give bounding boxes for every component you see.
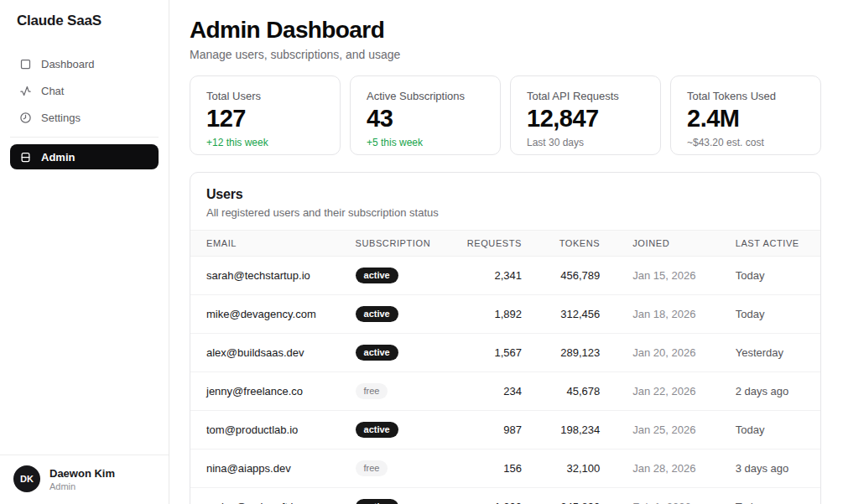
sidebar: Claude SaaS Dashboard Chat Settings [0, 0, 169, 504]
users-table: Email Subscription Requests Tokens Joine… [190, 230, 820, 504]
user-last-active: Today [736, 295, 820, 334]
dashboard-icon [18, 57, 32, 70]
user-requests: 234 [443, 372, 522, 411]
user-requests: 1,892 [443, 295, 522, 334]
stat-note: +5 this week [367, 137, 484, 148]
app-window: Claude SaaS Dashboard Chat Settings [0, 0, 843, 504]
user-tokens: 289,123 [522, 334, 600, 372]
stat-label: Total Users [206, 90, 324, 102]
user-requests: 1,203 [443, 488, 522, 504]
stat-note: ~$43.20 est. cost [687, 137, 804, 148]
sidebar-item-admin[interactable]: Admin [10, 144, 159, 169]
main-content: Admin Dashboard Manage users, subscripti… [169, 0, 843, 504]
stat-value: 43 [367, 105, 484, 132]
clock-icon [18, 111, 32, 124]
sidebar-item-label: Chat [41, 85, 64, 97]
user-requests: 156 [443, 449, 522, 488]
sidebar-nav: Dashboard Chat Settings Admin [0, 51, 169, 169]
stat-card: Total Users 127 +12 this week [190, 75, 341, 155]
stat-value: 12,847 [527, 105, 644, 132]
sidebar-item-label: Settings [41, 112, 81, 124]
table-row: mike@devagency.com active 1,892 312,456 … [190, 295, 820, 334]
user-email: tom@productlab.io [190, 411, 356, 449]
users-card-header: Users All registered users and their sub… [190, 173, 820, 230]
stat-card: Active Subscriptions 43 +5 this week [350, 75, 501, 155]
user-name: Daewon Kim [49, 467, 115, 480]
table-row: alex@buildsaas.dev active 1,567 289,123 … [190, 334, 820, 372]
user-email: nina@aiapps.dev [190, 449, 356, 488]
stat-label: Active Subscriptions [367, 90, 484, 102]
user-requests: 1,567 [443, 334, 522, 372]
subscription-badge: active [356, 268, 398, 283]
stats-row: Total Users 127 +12 this week Active Sub… [190, 75, 821, 155]
column-header: Tokens [522, 231, 600, 257]
column-header: Subscription [356, 231, 443, 257]
user-last-active: Today [736, 411, 820, 449]
user-profile[interactable]: DK Daewon Kim Admin [0, 455, 169, 504]
user-last-active: Today [736, 257, 820, 295]
user-email: carlos@webcraft.io [190, 488, 356, 504]
column-header: Joined [600, 231, 735, 257]
subscription-cell: active [356, 488, 443, 504]
subscription-badge: active [356, 422, 398, 438]
table-row: nina@aiapps.dev free 156 32,100 Jan 28, … [190, 449, 820, 488]
database-icon [18, 150, 32, 164]
subscription-cell: active [356, 295, 443, 334]
user-email: alex@buildsaas.dev [190, 334, 356, 372]
subscription-cell: free [356, 372, 443, 411]
stat-label: Total API Requests [527, 90, 644, 102]
table-row: carlos@webcraft.io active 1,203 245,890 … [190, 488, 820, 504]
table-row: jenny@freelance.co free 234 45,678 Jan 2… [190, 372, 820, 411]
users-card-title: Users [206, 187, 804, 202]
user-email: mike@devagency.com [190, 295, 356, 334]
stat-note: Last 30 days [527, 137, 644, 148]
subscription-cell: free [356, 449, 443, 488]
stat-value: 127 [206, 105, 324, 132]
activity-icon [18, 84, 32, 97]
user-joined: Jan 18, 2026 [600, 295, 735, 334]
user-tokens: 32,100 [522, 449, 600, 488]
stat-label: Total Tokens Used [687, 90, 804, 102]
stat-card: Total Tokens Used 2.4M ~$43.20 est. cost [670, 75, 821, 155]
column-header: Requests [443, 231, 522, 257]
user-last-active: 2 days ago [736, 372, 820, 411]
stat-card: Total API Requests 12,847 Last 30 days [510, 75, 661, 155]
users-table-body: sarah@techstartup.io active 2,341 456,78… [190, 257, 820, 504]
users-card: Users All registered users and their sub… [190, 172, 821, 504]
subscription-badge: active [356, 345, 398, 361]
user-info: Daewon Kim Admin [49, 467, 115, 491]
user-joined: Jan 15, 2026 [600, 257, 735, 295]
user-tokens: 456,789 [522, 257, 600, 295]
user-last-active: Today [736, 488, 820, 504]
user-email: jenny@freelance.co [190, 372, 356, 411]
nav-divider [10, 137, 159, 138]
user-role: Admin [49, 481, 115, 491]
column-header: Last Active [736, 231, 820, 257]
user-joined: Jan 20, 2026 [600, 334, 735, 372]
column-header: Email [190, 231, 356, 257]
page-title: Admin Dashboard [190, 17, 821, 44]
stat-value: 2.4M [687, 105, 804, 132]
user-tokens: 45,678 [522, 372, 600, 411]
user-tokens: 245,890 [522, 488, 600, 504]
subscription-badge: free [356, 460, 388, 476]
user-requests: 2,341 [443, 257, 522, 295]
sidebar-item-dashboard[interactable]: Dashboard [10, 51, 159, 76]
sidebar-item-label: Dashboard [41, 58, 95, 70]
header-row: Email Subscription Requests Tokens Joine… [190, 231, 820, 257]
user-requests: 987 [443, 411, 522, 449]
user-tokens: 312,456 [522, 295, 600, 334]
avatar: DK [13, 465, 40, 492]
sidebar-item-chat[interactable]: Chat [10, 78, 159, 103]
page-subtitle: Manage users, subscriptions, and usage [190, 48, 821, 61]
user-joined: Jan 22, 2026 [600, 372, 735, 411]
users-card-subtitle: All registered users and their subscript… [206, 206, 804, 219]
sidebar-item-settings[interactable]: Settings [10, 105, 159, 130]
table-row: sarah@techstartup.io active 2,341 456,78… [190, 257, 820, 295]
subscription-cell: active [356, 411, 443, 449]
user-joined: Feb 1, 2026 [600, 488, 735, 504]
users-table-head: Email Subscription Requests Tokens Joine… [190, 231, 820, 257]
subscription-badge: active [356, 306, 398, 322]
stat-note: +12 this week [206, 137, 324, 148]
subscription-cell: active [356, 257, 443, 295]
